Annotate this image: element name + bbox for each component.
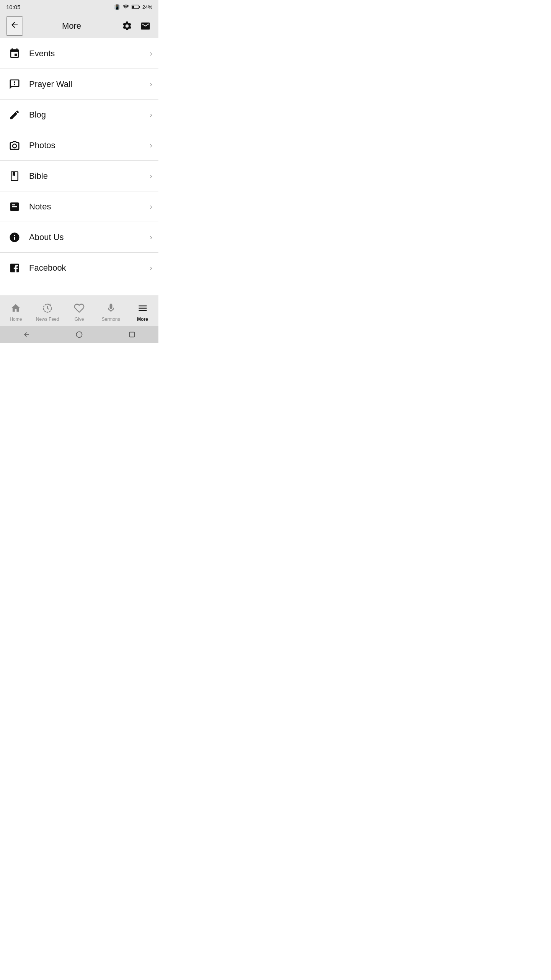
events-icon-wrap bbox=[6, 48, 23, 59]
back-button[interactable] bbox=[6, 16, 23, 36]
blog-chevron: › bbox=[150, 110, 152, 119]
nav-item-sermons[interactable]: Sermons bbox=[95, 296, 127, 326]
sermons-nav-label: Sermons bbox=[102, 317, 120, 322]
photos-icon-wrap bbox=[6, 140, 23, 151]
info-icon bbox=[9, 232, 20, 243]
notes-icon bbox=[9, 201, 20, 212]
menu-item-about-us[interactable]: About Us › bbox=[0, 222, 158, 253]
home-nav-label: Home bbox=[10, 317, 22, 322]
header-actions bbox=[120, 19, 152, 33]
blog-label: Blog bbox=[29, 110, 150, 120]
settings-button[interactable] bbox=[120, 19, 134, 33]
menu-list: Events › Prayer Wall › Blog › Photos › bbox=[0, 38, 158, 296]
mail-button[interactable] bbox=[139, 19, 152, 33]
android-back-btn[interactable] bbox=[19, 327, 34, 342]
give-nav-icon bbox=[74, 303, 85, 315]
give-nav-label: Give bbox=[75, 317, 84, 322]
facebook-icon bbox=[9, 262, 20, 274]
svg-point-4 bbox=[77, 332, 82, 338]
android-recents-btn[interactable] bbox=[124, 327, 140, 342]
more-nav-icon bbox=[137, 303, 148, 315]
pencil-icon bbox=[9, 109, 20, 121]
about-icon-wrap bbox=[6, 232, 23, 243]
events-label: Events bbox=[29, 49, 150, 59]
more-nav-label: More bbox=[137, 317, 148, 322]
menu-item-notes[interactable]: Notes › bbox=[0, 191, 158, 222]
menu-item-blog[interactable]: Blog › bbox=[0, 100, 158, 130]
status-time: 10:05 bbox=[6, 4, 21, 10]
nav-item-more[interactable]: More bbox=[127, 296, 158, 326]
blog-icon-wrap bbox=[6, 109, 23, 121]
nav-item-news-feed[interactable]: News Feed bbox=[32, 296, 64, 326]
page-title: More bbox=[62, 21, 81, 31]
nav-item-home[interactable]: Home bbox=[0, 296, 32, 326]
news-feed-nav-label: News Feed bbox=[36, 317, 59, 322]
book-icon bbox=[9, 170, 20, 182]
battery-icon bbox=[132, 5, 140, 9]
calendar-icon bbox=[9, 48, 20, 59]
prayer-wall-chevron: › bbox=[150, 80, 152, 88]
battery-percentage: 24% bbox=[142, 4, 152, 10]
notes-icon-wrap bbox=[6, 201, 23, 212]
header: More bbox=[0, 14, 158, 38]
status-bar: 10:05 📳 24% bbox=[0, 0, 158, 14]
nav-item-give[interactable]: Give bbox=[64, 296, 95, 326]
android-nav-bar bbox=[0, 326, 158, 343]
bible-label: Bible bbox=[29, 171, 150, 181]
menu-item-bible[interactable]: Bible › bbox=[0, 161, 158, 191]
prayer-icon bbox=[9, 78, 20, 90]
photos-chevron: › bbox=[150, 141, 152, 150]
home-nav-icon bbox=[10, 303, 21, 315]
bible-chevron: › bbox=[150, 172, 152, 180]
bottom-nav: Home News Feed Give Sermons bbox=[0, 296, 158, 326]
status-icons: 📳 24% bbox=[114, 4, 152, 10]
facebook-label: Facebook bbox=[29, 263, 150, 273]
events-chevron: › bbox=[150, 49, 152, 58]
bible-icon-wrap bbox=[6, 170, 23, 182]
wifi-icon bbox=[122, 4, 129, 10]
prayer-wall-label: Prayer Wall bbox=[29, 79, 150, 89]
vibrate-icon: 📳 bbox=[114, 4, 120, 10]
facebook-icon-wrap bbox=[6, 262, 23, 274]
menu-item-facebook[interactable]: Facebook › bbox=[0, 253, 158, 283]
news-feed-nav-icon bbox=[42, 303, 53, 315]
menu-item-photos[interactable]: Photos › bbox=[0, 130, 158, 161]
menu-item-events[interactable]: Events › bbox=[0, 38, 158, 69]
android-home-btn[interactable] bbox=[72, 327, 87, 342]
svg-rect-2 bbox=[132, 6, 134, 8]
notes-label: Notes bbox=[29, 202, 150, 212]
photos-label: Photos bbox=[29, 140, 150, 150]
facebook-chevron: › bbox=[150, 263, 152, 272]
about-us-chevron: › bbox=[150, 233, 152, 242]
prayer-icon-wrap bbox=[6, 78, 23, 90]
menu-item-prayer-wall[interactable]: Prayer Wall › bbox=[0, 69, 158, 100]
sermons-nav-icon bbox=[106, 303, 116, 315]
notes-chevron: › bbox=[150, 202, 152, 211]
svg-rect-1 bbox=[139, 6, 140, 8]
camera-icon bbox=[9, 140, 20, 151]
svg-rect-5 bbox=[130, 332, 135, 337]
about-us-label: About Us bbox=[29, 232, 150, 242]
